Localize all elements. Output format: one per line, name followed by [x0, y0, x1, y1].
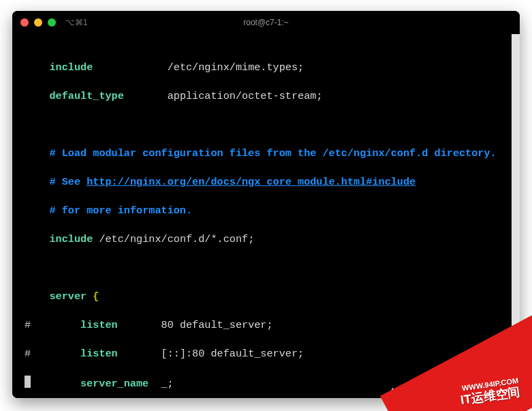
close-icon[interactable]	[20, 18, 29, 27]
directive-include: include	[49, 61, 93, 74]
pad	[118, 348, 161, 360]
directive-listen: listen	[80, 348, 118, 360]
directive-listen: listen	[80, 319, 118, 331]
comment: # See	[49, 176, 87, 188]
pad	[93, 61, 167, 74]
terminal-window: ⌥⌘1 root@c7-1:~ include /etc/nginx/mime.…	[12, 11, 520, 398]
indent	[25, 233, 49, 245]
arg-listen-ipv6: [::]:80 default_server;	[161, 348, 304, 360]
indent	[25, 176, 49, 188]
arg-server-name: _;	[161, 378, 173, 390]
indent	[25, 90, 49, 102]
directive-include: include	[49, 233, 93, 245]
arg-confd: /etc/nginx/conf.d/*.conf;	[93, 233, 254, 245]
indent	[31, 348, 80, 360]
tab-shortcut-label: ⌥⌘1	[65, 18, 88, 27]
directive-server: server	[49, 290, 87, 303]
indent	[25, 204, 49, 217]
pad	[124, 90, 168, 102]
titlebar: ⌥⌘1 root@c7-1:~	[12, 11, 520, 34]
pad	[118, 319, 161, 331]
arg-default-type: application/octet-stream;	[168, 90, 323, 102]
pad	[148, 378, 161, 390]
arg-mime: /etc/nginx/mime.types;	[168, 61, 304, 74]
indent	[31, 319, 80, 331]
code-area[interactable]: include /etc/nginx/mime.types; default_t…	[12, 34, 512, 398]
zoom-icon[interactable]	[48, 18, 56, 27]
brace-open: {	[87, 290, 99, 303]
arg-listen80: 80 default_server;	[161, 319, 273, 331]
directive-server-name: server_name	[80, 378, 148, 390]
comment: # Load modular configuration files from …	[49, 147, 496, 159]
traffic-lights	[20, 18, 56, 27]
indent	[25, 61, 49, 74]
window-title: root@c7-1:~	[12, 18, 520, 27]
hash: #	[25, 348, 31, 360]
indent	[31, 378, 80, 390]
indent	[25, 290, 49, 303]
indent	[25, 147, 49, 159]
comment: # for more information.	[49, 204, 192, 217]
cursor	[25, 376, 31, 388]
comment-url: http://nginx.org/en/docs/ngx_core_module…	[87, 176, 416, 188]
minimize-icon[interactable]	[34, 18, 42, 27]
directive-default-type: default_type	[49, 90, 123, 102]
hash: #	[25, 319, 31, 331]
